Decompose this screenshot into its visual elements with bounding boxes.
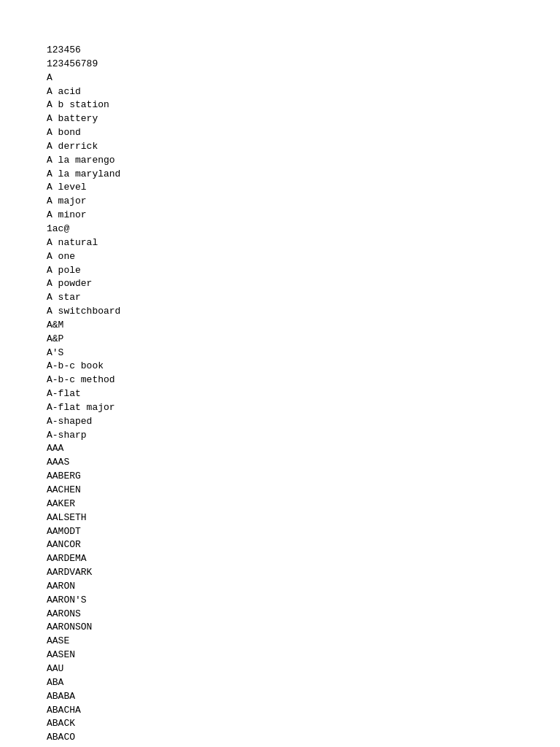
- list-item: AARON'S: [47, 594, 513, 608]
- list-item: A switchboard: [47, 305, 513, 319]
- list-item: ABABA: [47, 690, 513, 704]
- list-item: A: [47, 71, 513, 85]
- list-item: A-shaped: [47, 415, 513, 429]
- list-item: A la marengo: [47, 154, 513, 168]
- list-item: A pole: [47, 264, 513, 278]
- list-item: A natural: [47, 236, 513, 250]
- list-item: A minor: [47, 209, 513, 222]
- list-item: ABACK: [47, 717, 513, 731]
- list-item: AARDVARK: [47, 566, 513, 580]
- list-item: AAA: [47, 442, 513, 456]
- list-item: AARONS: [47, 608, 513, 622]
- list-item: A&M: [47, 319, 513, 333]
- list-item: A la maryland: [47, 168, 513, 182]
- list-item: A&P: [47, 333, 513, 347]
- list-item: ABA: [47, 676, 513, 690]
- list-item: AANCOR: [47, 538, 513, 552]
- list-item: AARONSON: [47, 621, 513, 635]
- list-item: 123456789: [47, 58, 513, 71]
- list-item: A major: [47, 195, 513, 209]
- list-item: A-sharp: [47, 429, 513, 443]
- list-item: A bond: [47, 126, 513, 140]
- list-item: AAAS: [47, 456, 513, 470]
- list-item: ABACO: [47, 731, 513, 745]
- list-item: A powder: [47, 277, 513, 291]
- list-item: AAKER: [47, 498, 513, 511]
- list-item: AACHEN: [47, 484, 513, 498]
- list-item: A-b-c book: [47, 360, 513, 374]
- list-item: AARON: [47, 580, 513, 594]
- list-item: AAMODT: [47, 525, 513, 539]
- list-item: A acid: [47, 85, 513, 99]
- list-item: A one: [47, 250, 513, 264]
- list-item: A level: [47, 181, 513, 195]
- list-item: 1ac@: [47, 222, 513, 236]
- list-item: A'S: [47, 347, 513, 360]
- list-item: A-b-c method: [47, 374, 513, 387]
- list-item: ABACHA: [47, 704, 513, 718]
- list-item: A b station: [47, 98, 513, 112]
- list-item: A derrick: [47, 140, 513, 154]
- word-list: 123456123456789AA acidA b stationA batte…: [47, 44, 513, 747]
- list-item: A-flat major: [47, 401, 513, 415]
- list-item: 123456: [47, 44, 513, 58]
- list-item: AASE: [47, 635, 513, 649]
- list-item: A-flat: [47, 387, 513, 401]
- list-item: A battery: [47, 112, 513, 126]
- list-item: AAU: [47, 662, 513, 676]
- list-item: AARDEMA: [47, 552, 513, 566]
- list-item: AALSETH: [47, 511, 513, 525]
- list-item: AASEN: [47, 649, 513, 662]
- list-item: A star: [47, 291, 513, 305]
- list-item: AABERG: [47, 470, 513, 484]
